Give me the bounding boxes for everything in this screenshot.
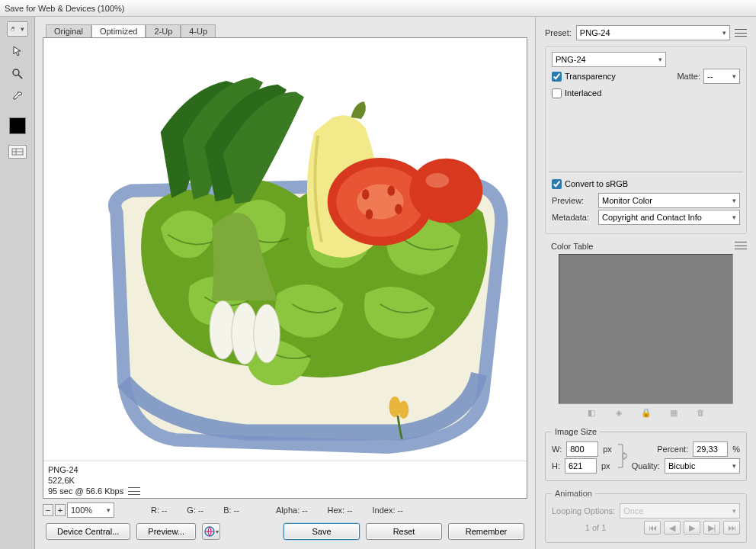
b-value: -- (234, 506, 239, 515)
interlaced-checkbox[interactable]: Interlaced (552, 88, 601, 98)
browser-preview-button[interactable]: ▾ (202, 523, 220, 540)
info-format: PNG-24 (48, 464, 522, 475)
preset-menu-icon[interactable] (735, 29, 747, 37)
svg-point-16 (366, 209, 373, 219)
new-color-icon[interactable]: ▦ (668, 407, 679, 418)
status-bar: − + 100% R:-- G:-- B:-- Alpha:-- Hex:-- … (43, 499, 527, 518)
svg-point-15 (395, 204, 402, 214)
hex-value: -- (347, 506, 352, 515)
hand-tool[interactable] (7, 21, 28, 37)
preview-mode-select[interactable]: Monitor Color (598, 193, 740, 208)
matte-label: Matte: (677, 72, 700, 81)
globe-icon (204, 526, 215, 537)
metadata-label: Metadata: (552, 213, 594, 222)
image-preview[interactable] (43, 38, 527, 461)
tool-strip (0, 17, 35, 549)
looping-label: Looping Options: (552, 506, 615, 515)
r-label: R: (151, 506, 159, 515)
percent-input[interactable] (693, 441, 728, 457)
g-value: -- (198, 506, 203, 515)
animation-group: Animation Looping Options: Once 1 of 1 ⏮… (545, 489, 747, 543)
zoom-in-button[interactable]: + (55, 504, 66, 516)
matte-select[interactable]: -- (703, 69, 740, 84)
svg-point-18 (425, 173, 449, 188)
anim-play-button: ▶ (684, 521, 700, 535)
svg-line-1 (18, 75, 22, 79)
r-value: -- (162, 506, 167, 515)
eyedropper-tool[interactable] (7, 88, 28, 105)
preview-image (50, 44, 521, 454)
color-table-toolbar: ◧ ◈ 🔒 ▦ 🗑 (545, 407, 747, 418)
animation-label: Animation (552, 489, 595, 498)
ct-icon-2[interactable]: ◈ (613, 407, 624, 418)
svg-point-14 (388, 185, 396, 195)
center-column: Original Optimized 2-Up 4-Up (35, 17, 535, 549)
width-input[interactable] (566, 441, 598, 457)
tab-2up[interactable]: 2-Up (146, 24, 181, 37)
svg-point-12 (357, 184, 403, 219)
anim-first-button: ⏮ (644, 521, 661, 535)
trash-icon[interactable]: 🗑 (696, 407, 706, 418)
foreground-color-swatch[interactable] (9, 117, 26, 134)
settings-panel: Preset: PNG-24 PNG-24 Transparency Matte… (535, 17, 756, 549)
save-button[interactable]: Save (284, 523, 360, 540)
eyedropper-icon (11, 91, 24, 103)
zoom-select[interactable]: 100% (67, 502, 114, 518)
hand-icon (11, 23, 16, 35)
metadata-select[interactable]: Copyright and Contact Info (598, 210, 740, 225)
srgb-checkbox[interactable]: Convert to sRGB (552, 179, 628, 189)
frame-info: 1 of 1 (552, 523, 639, 532)
tab-original[interactable]: Original (46, 24, 91, 37)
info-menu-icon[interactable] (128, 487, 140, 495)
anim-last-button: ⏭ (723, 521, 740, 535)
svg-point-6 (399, 401, 408, 419)
hex-label: Hex: (328, 506, 345, 515)
tab-4up[interactable]: 4-Up (181, 24, 216, 37)
quality-select[interactable]: Bicubic (665, 458, 740, 474)
color-table-label: Color Table (551, 242, 593, 251)
zoom-out-button[interactable]: − (43, 504, 53, 516)
device-central-button[interactable]: Device Central... (46, 523, 130, 540)
slice-select-tool[interactable] (7, 43, 28, 59)
zoom-value: 100% (71, 506, 92, 515)
format-select[interactable]: PNG-24 (552, 52, 666, 67)
image-info-box: PNG-24 522,6K 95 sec @ 56.6 Kbps (43, 461, 527, 498)
height-label: H: (552, 461, 560, 470)
info-size: 522,6K (48, 475, 522, 486)
tab-optimized[interactable]: Optimized (91, 24, 146, 37)
height-input[interactable] (565, 458, 597, 474)
reset-button[interactable]: Reset (366, 523, 442, 540)
width-px: px (603, 445, 612, 454)
svg-rect-20 (623, 454, 626, 458)
image-size-label: Image Size (552, 427, 600, 436)
view-tabs: Original Optimized 2-Up 4-Up (46, 24, 527, 37)
quality-label: Quality: (632, 461, 660, 470)
index-label: Index: (373, 506, 396, 515)
preview-mode-label: Preview: (552, 196, 594, 205)
color-table-menu-icon[interactable] (735, 242, 747, 249)
preset-select[interactable]: PNG-24 (576, 25, 730, 40)
info-timing: 95 sec @ 56.6 Kbps (48, 486, 123, 496)
height-px: px (601, 461, 610, 470)
svg-point-9 (254, 304, 280, 363)
link-icon[interactable] (617, 441, 627, 470)
window-titlebar: Save for Web & Devices (100%) (0, 0, 756, 17)
anim-next-button: ▶| (703, 521, 720, 535)
remember-button[interactable]: Remember (448, 523, 524, 540)
lock-icon[interactable]: 🔒 (641, 407, 652, 418)
toggle-slices-button[interactable] (8, 145, 27, 159)
color-table[interactable] (559, 254, 733, 404)
transparency-checkbox[interactable]: Transparency (552, 72, 616, 82)
percent-label: Percent: (657, 445, 688, 454)
percent-suffix: % (732, 445, 740, 454)
canvas-area: PNG-24 522,6K 95 sec @ 56.6 Kbps (43, 37, 527, 499)
looping-select: Once (620, 503, 740, 518)
zoom-tool[interactable] (7, 66, 28, 82)
g-label: G: (187, 506, 196, 515)
arrow-icon (11, 45, 24, 57)
preview-button[interactable]: Preview... (136, 523, 196, 540)
ct-icon-1[interactable]: ◧ (586, 407, 597, 418)
preset-label: Preset: (545, 28, 572, 37)
alpha-value: -- (302, 506, 307, 515)
bottom-bar: Device Central... Preview... ▾ Save Rese… (43, 518, 527, 543)
